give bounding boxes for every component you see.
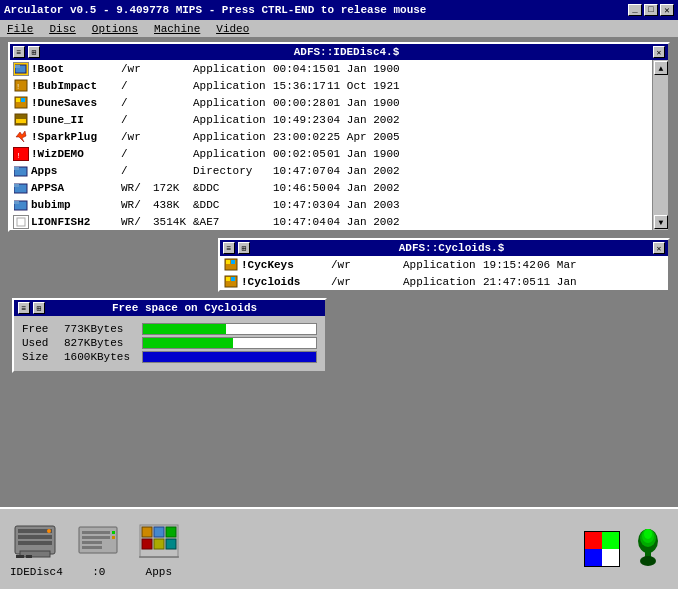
color-icon[interactable]: [584, 531, 620, 567]
application-window: Arculator v0.5 - 9.409778 MIPS - Press C…: [0, 0, 678, 589]
menu-video[interactable]: Video: [213, 22, 252, 36]
freespace-title-text: Free space on Cycloids: [48, 302, 321, 314]
file-type: &DDC: [193, 182, 271, 194]
file-attr: /: [121, 165, 151, 177]
table-row[interactable]: ! !BubImpact / Application 15:36:17 11 O…: [10, 77, 652, 94]
svg-point-51: [640, 556, 656, 566]
file-icon: [13, 96, 29, 110]
cycloids-title-text: ADFS::Cycloids.$: [253, 242, 650, 254]
menu-file[interactable]: File: [4, 22, 36, 36]
filer-list: !Boot /wr Application 00:04:15 01 Jan 19…: [10, 60, 652, 230]
close-button[interactable]: ✕: [660, 4, 674, 16]
file-date: 25 Apr 2005: [327, 131, 407, 143]
freespace-window: ≡ ⊞ Free space on Cycloids Free 773KByte…: [12, 298, 327, 373]
table-row[interactable]: !DuneSaves / Application 00:00:28 01 Jan…: [10, 94, 652, 111]
apps-icon: [135, 520, 183, 564]
cycloids-menu-icon[interactable]: ≡: [223, 242, 235, 254]
table-row[interactable]: !SparkPlug /wr Application 23:00:02 25 A…: [10, 128, 652, 145]
file-type: Directory: [193, 165, 271, 177]
filer-title-text: ADFS::IDEDisc4.$: [43, 46, 650, 58]
file-icon: [13, 164, 29, 178]
svg-rect-1: [15, 65, 20, 68]
drive0-icon: [75, 520, 123, 564]
table-row[interactable]: APPSA WR/ 172K &DDC 10:46:50 04 Jan 2002: [10, 179, 652, 196]
svg-point-49: [644, 529, 652, 539]
table-row[interactable]: LIONFISH2 WR/ 3514K &AE7 10:47:04 04 Jan…: [10, 213, 652, 230]
file-name: Apps: [31, 165, 119, 177]
cycloids-close-icon[interactable]: ✕: [653, 242, 665, 254]
file-date: 01 Jan 1900: [327, 148, 407, 160]
file-time: 10:47:03: [273, 199, 325, 211]
file-time: 15:36:17: [273, 80, 325, 92]
taskbar-item-drive0[interactable]: :0: [75, 520, 123, 578]
file-name: !Cycloids: [241, 276, 329, 288]
svg-rect-43: [154, 539, 164, 549]
acorn-icon[interactable]: [628, 529, 668, 569]
freespace-row-free: Free 773KBytes: [22, 323, 317, 335]
svg-rect-15: [14, 201, 19, 204]
menu-bar: File Disc Options Machine Video: [0, 20, 678, 38]
file-type: Application: [403, 259, 481, 271]
file-attr: /: [121, 80, 151, 92]
title-bar: Arculator v0.5 - 9.409778 MIPS - Press C…: [0, 0, 678, 20]
minimize-button[interactable]: _: [628, 4, 642, 16]
file-type: Application: [193, 148, 271, 160]
filer-body: !Boot /wr Application 00:04:15 01 Jan 19…: [10, 60, 668, 230]
svg-rect-11: [14, 167, 19, 170]
file-time: 21:47:05: [483, 276, 535, 288]
svg-rect-30: [26, 555, 32, 558]
cycloids-title-bar: ≡ ⊞ ADFS::Cycloids.$ ✕: [220, 240, 668, 256]
file-icon: !: [13, 79, 29, 93]
cycloids-view-icon[interactable]: ⊞: [238, 242, 250, 254]
table-row[interactable]: !Boot /wr Application 00:04:15 01 Jan 19…: [10, 60, 652, 77]
file-date: 04 Jan 2002: [327, 165, 407, 177]
maximize-button[interactable]: □: [644, 4, 658, 16]
scroll-down-button[interactable]: ▼: [654, 215, 668, 229]
scroll-up-button[interactable]: ▲: [654, 61, 668, 75]
file-time: 10:47:07: [273, 165, 325, 177]
svg-rect-40: [154, 527, 164, 537]
file-date: 04 Jan 2002: [327, 182, 407, 194]
table-row[interactable]: !Dune_II / Application 10:49:23 04 Jan 2…: [10, 111, 652, 128]
table-row[interactable]: ! !WizDEMO / Application 00:02:05 01 Jan…: [10, 145, 652, 162]
taskbar-item-idedisc4[interactable]: IDEDisc4: [10, 520, 63, 578]
color-white: [602, 549, 619, 566]
filer-menu-icon[interactable]: ≡: [13, 46, 25, 58]
svg-rect-18: [226, 260, 230, 264]
table-row[interactable]: !Cycloids /wr Application 21:47:05 11 Ja…: [220, 273, 668, 290]
file-attr: /wr: [121, 63, 151, 75]
filer-view-icon[interactable]: ⊞: [28, 46, 40, 58]
color-red: [585, 532, 602, 549]
menu-machine[interactable]: Machine: [151, 22, 203, 36]
table-row[interactable]: bubimp WR/ 438K &DDC 10:47:03 04 Jan 200…: [10, 196, 652, 213]
taskbar-right-icons: [584, 529, 668, 569]
table-row[interactable]: Apps / Directory 10:47:07 04 Jan 2002: [10, 162, 652, 179]
menu-options[interactable]: Options: [89, 22, 141, 36]
menu-disc[interactable]: Disc: [46, 22, 78, 36]
freespace-free-label: Free: [22, 323, 58, 335]
file-size: 3514K: [153, 216, 191, 228]
freespace-free-bar: [143, 324, 226, 334]
freespace-row-used: Used 827KBytes: [22, 337, 317, 349]
freespace-menu-icon[interactable]: ≡: [18, 302, 30, 314]
freespace-content: Free 773KBytes Used 827KBytes: [14, 316, 325, 371]
file-name: !Boot: [31, 63, 119, 75]
file-name: LIONFISH2: [31, 216, 119, 228]
taskbar-item-apps[interactable]: Apps: [135, 520, 183, 578]
file-type: &AE7: [193, 216, 271, 228]
svg-rect-21: [226, 277, 230, 281]
svg-rect-19: [231, 260, 235, 264]
svg-rect-22: [231, 277, 235, 281]
table-row[interactable]: !CycKeys /wr Application 19:15:42 06 Mar: [220, 256, 668, 273]
svg-rect-16: [17, 218, 25, 226]
file-date: 06 Mar: [537, 259, 617, 271]
cycloids-list: !CycKeys /wr Application 19:15:42 06 Mar: [220, 256, 668, 290]
freespace-free-value: 773KBytes: [64, 323, 136, 335]
freespace-view-icon[interactable]: ⊞: [33, 302, 45, 314]
filer-close-icon[interactable]: ✕: [653, 46, 665, 58]
cycloids-file-list: !CycKeys /wr Application 19:15:42 06 Mar: [220, 256, 668, 290]
file-name: !SparkPlug: [31, 131, 119, 143]
file-time: 00:00:28: [273, 97, 325, 109]
file-type: &DDC: [193, 199, 271, 211]
window-title: Arculator v0.5 - 9.409778 MIPS - Press C…: [4, 4, 426, 16]
